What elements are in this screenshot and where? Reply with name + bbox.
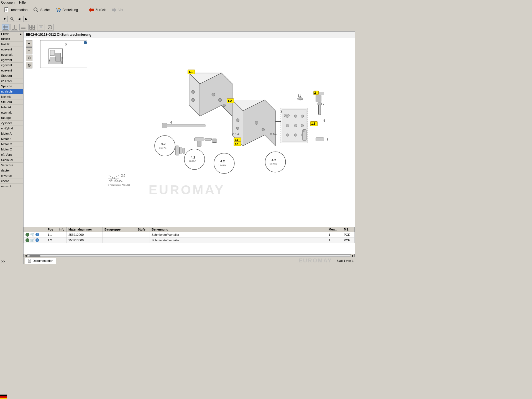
forward-label: Vor: [118, 8, 123, 12]
sidebar-item-egevent1[interactable]: egevent: [0, 47, 23, 52]
svg-point-101: [214, 153, 234, 173]
menu-hilfe[interactable]: Hilfe: [19, 1, 26, 4]
view-thumb-btn[interactable]: [37, 24, 45, 30]
sidebar-item-peschalt[interactable]: peschalt: [0, 52, 23, 57]
grid-view-icon: [29, 25, 35, 30]
sidebar-item-motor5[interactable]: Motor 5: [0, 136, 23, 142]
sidebar-item-egevent2[interactable]: egevent: [0, 57, 23, 63]
sidebar-item-etschalt[interactable]: etschalt: [0, 110, 23, 115]
sidebar-item-steueru2[interactable]: Steueru: [0, 99, 23, 105]
zoom-window-btn[interactable]: ⊖: [26, 62, 32, 68]
cart-icon-1[interactable]: 🛒: [30, 232, 35, 237]
table-row: 🛒 i 1.2 253913009 Schmierstoffverteiler …: [24, 237, 355, 243]
svg-text:16573: 16573: [159, 146, 167, 149]
sidebar-item-raturgel[interactable]: raturgel: [0, 115, 23, 121]
zoom-controls: + − ⊕ ⊖: [26, 40, 32, 68]
sidebar-item-druckfilt[interactable]: ruckfilt: [0, 36, 23, 42]
view-table-btn[interactable]: [2, 24, 9, 30]
sidebar-item-schlaucl[interactable]: Schläucl: [0, 157, 23, 163]
sidebar-item-chelle[interactable]: chelle: [0, 178, 23, 184]
sidebar-item-egevent3[interactable]: egevent: [0, 63, 23, 68]
zoom-fit-btn[interactable]: ⊕: [26, 55, 32, 61]
sec-search-btn[interactable]: [9, 16, 15, 22]
cart-icon-2[interactable]: 🛒: [30, 238, 35, 242]
dokumentation-tab[interactable]: Dokumentation: [25, 258, 56, 264]
sidebar-item-hwelle[interactable]: hwelle: [0, 42, 23, 47]
diagram-area[interactable]: + − ⊕ ⊖ i 6: [24, 38, 355, 227]
svg-rect-19: [15, 25, 17, 29]
zoom-in-btn[interactable]: +: [26, 40, 32, 47]
scrollbar-thumb[interactable]: [29, 255, 40, 257]
part-61: [298, 98, 303, 100]
breadcrumb: EB02-6-10118-0512 Öl-Zentralschmierung: [24, 32, 355, 38]
view-info-btn[interactable]: i: [46, 24, 54, 30]
sidebar-item-zylinder[interactable]: Zylinder: [0, 121, 23, 126]
svg-text:3.1: 3.1: [235, 139, 238, 141]
sidebar-item-bauastut[interactable]: uaustut: [0, 184, 23, 189]
dokumentation-tab-label: Dokumentation: [33, 259, 53, 262]
scrollbar-track[interactable]: [28, 255, 350, 257]
sidebar-item-verschra[interactable]: Verschra: [0, 163, 23, 168]
sidebar-expand-btn[interactable]: >>: [0, 259, 23, 264]
info-icon: i: [47, 25, 53, 30]
nav-back-btn[interactable]: ◀: [16, 16, 22, 22]
back-button[interactable]: Zurück: [86, 6, 107, 14]
sidebar-item-ntralschn[interactable]: ntralschn: [0, 89, 23, 94]
view-split-btn[interactable]: [11, 24, 18, 30]
split-view-icon: [12, 25, 17, 30]
svg-point-54: [262, 128, 265, 131]
gear-icon-2[interactable]: [25, 238, 29, 242]
svg-text:6: 6: [65, 42, 67, 46]
sidebar-item-erzylind[interactable]: er-Zylind: [0, 126, 23, 131]
sidebar-item-er1224[interactable]: er 12/24: [0, 78, 23, 84]
svg-point-51: [236, 119, 239, 122]
gear-icon-1[interactable]: [25, 233, 29, 237]
watermark-text: EUROMAY: [298, 257, 332, 264]
sidebar-item-motorc1[interactable]: Motor C: [0, 142, 23, 147]
order-button[interactable]: Bestellung: [53, 6, 80, 14]
row-menge-1: 1: [327, 232, 342, 237]
table-scrollbar[interactable]: ◀ ▶: [24, 254, 355, 257]
col-me: ME: [342, 227, 355, 232]
sidebar-item-lschmie[interactable]: lschmie: [0, 94, 23, 99]
sidebar-item-teile24[interactable]: teile 24: [0, 105, 23, 110]
row-info-2: [57, 237, 67, 243]
fitting-right: [302, 130, 306, 140]
secondary-toolbar: ▼ ◀ ▶: [0, 15, 355, 23]
table-row: 🛒 i 1.1 253912000 Schmierstoffverteiler …: [24, 232, 355, 237]
breadcrumb-text: EB02-6-10118-0512 Öl-Zentralschmierung: [26, 33, 91, 37]
sidebar-item-speiche[interactable]: Speiche: [0, 84, 23, 89]
svg-text:7: 7: [323, 103, 324, 106]
row-me-2: PCE: [342, 237, 355, 243]
zoom-out-btn[interactable]: −: [26, 47, 32, 54]
search-icon: [33, 7, 39, 13]
sidebar-item-mesvers[interactable]: eß-Vers: [0, 152, 23, 157]
row-benennung-2: Schmierstoffverteiler: [150, 237, 327, 243]
info-icon-1[interactable]: i: [35, 233, 39, 236]
documentation-button[interactable]: umentation: [2, 6, 29, 14]
search-button[interactable]: Suche: [31, 6, 51, 14]
info-icon-2[interactable]: i: [35, 238, 39, 242]
svg-text:G 1/4: G 1/4: [270, 132, 277, 135]
sidebar-item-motorc2[interactable]: Motor C: [0, 147, 23, 152]
svg-text:4.2: 4.2: [161, 142, 166, 145]
main-block-1: [189, 73, 232, 116]
view-list-btn[interactable]: [19, 24, 27, 30]
tab-bar: Dokumentation: [25, 258, 56, 264]
svg-rect-120: [179, 147, 182, 154]
dropdown-btn[interactable]: ▼: [2, 16, 8, 22]
sidebar-item-adapter[interactable]: dapter: [0, 168, 23, 173]
sidebar-item-steueru[interactable]: Steueru: [0, 73, 23, 78]
sidebar-item-chversc[interactable]: chversc: [0, 173, 23, 178]
menu-optionen[interactable]: Optionen: [1, 1, 15, 4]
main-layout: Filter ▲ ruckfilt hwelle egevent peschal…: [0, 32, 355, 264]
sidebar-item-egevent4[interactable]: egevent: [0, 68, 23, 73]
sidebar-collapse-btn[interactable]: ▲: [19, 32, 22, 35]
sidebar-item-motora[interactable]: Motor A: [0, 131, 23, 136]
forward-button[interactable]: Vor: [109, 6, 125, 14]
svg-rect-37: [56, 53, 61, 61]
row-actions-2: 🛒 i: [24, 237, 46, 243]
view-grid-btn[interactable]: [28, 24, 36, 30]
nav-forward-btn[interactable]: ▶: [23, 16, 29, 22]
col-pos: Pos: [46, 227, 57, 232]
